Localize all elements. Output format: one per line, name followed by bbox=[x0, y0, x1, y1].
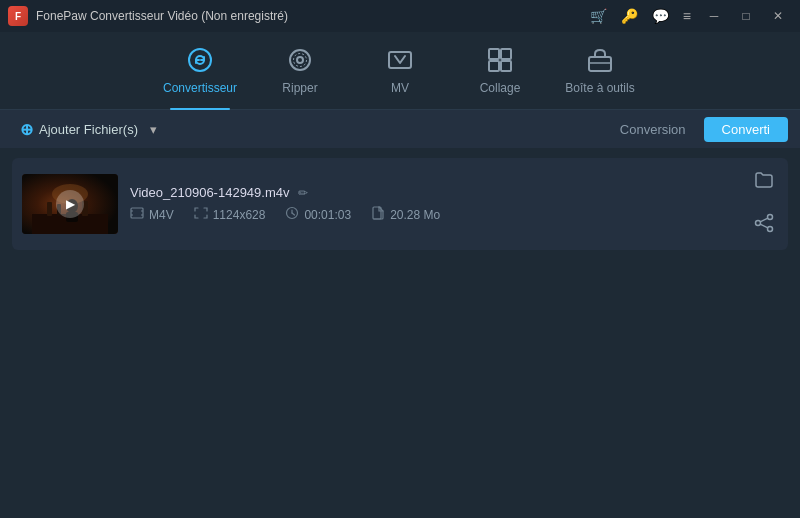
svg-rect-6 bbox=[501, 49, 511, 59]
nav-item-ripper[interactable]: Ripper bbox=[250, 32, 350, 110]
maximize-button[interactable]: □ bbox=[732, 5, 760, 27]
edit-icon[interactable]: ✏ bbox=[298, 186, 308, 200]
app-logo: F bbox=[8, 6, 28, 26]
title-bar-left: F FonePaw Convertisseur Vidéo (Non enreg… bbox=[8, 6, 288, 26]
chat-icon[interactable]: 💬 bbox=[647, 6, 674, 26]
toolbar-right: Conversion Converti bbox=[610, 117, 788, 142]
add-file-dropdown-button[interactable]: ▾ bbox=[146, 118, 161, 141]
size-value: 20.28 Mo bbox=[390, 208, 440, 222]
play-button[interactable]: ▶ bbox=[56, 190, 84, 218]
menu-icon[interactable]: ≡ bbox=[678, 6, 696, 26]
svg-line-26 bbox=[292, 213, 295, 215]
file-item: ▶ Video_210906-142949.m4v ✏ bbox=[12, 158, 788, 250]
file-info: Video_210906-142949.m4v ✏ M4V bbox=[130, 185, 738, 223]
svg-rect-19 bbox=[131, 208, 143, 218]
file-thumbnail: ▶ bbox=[22, 174, 118, 234]
profile-icon[interactable]: 🔑 bbox=[616, 6, 643, 26]
collage-label: Collage bbox=[480, 81, 521, 95]
title-bar: F FonePaw Convertisseur Vidéo (Non enreg… bbox=[0, 0, 800, 32]
svg-rect-8 bbox=[501, 61, 511, 71]
add-file-label: Ajouter Fichier(s) bbox=[39, 122, 138, 137]
clock-icon bbox=[285, 206, 299, 223]
format-value: M4V bbox=[149, 208, 174, 222]
svg-rect-7 bbox=[489, 61, 499, 71]
svg-point-30 bbox=[768, 227, 773, 232]
file-list: ▶ Video_210906-142949.m4v ✏ bbox=[0, 148, 800, 260]
collage-icon bbox=[487, 47, 513, 77]
nav-item-mv[interactable]: MV bbox=[350, 32, 450, 110]
file-name: Video_210906-142949.m4v bbox=[130, 185, 290, 200]
ripper-icon bbox=[287, 47, 313, 77]
film-icon bbox=[130, 206, 144, 223]
convertisseur-icon bbox=[187, 47, 213, 77]
title-bar-controls: 🛒 🔑 💬 ≡ ─ □ ✕ bbox=[585, 5, 792, 27]
mv-label: MV bbox=[391, 81, 409, 95]
meta-resolution: 1124x628 bbox=[194, 206, 266, 223]
file-name-row: Video_210906-142949.m4v ✏ bbox=[130, 185, 738, 200]
boite-outils-label: Boîte à outils bbox=[565, 81, 634, 95]
resolution-value: 1124x628 bbox=[213, 208, 266, 222]
toolbar-left: ⊕ Ajouter Fichier(s) ▾ bbox=[12, 116, 161, 143]
conversion-label[interactable]: Conversion bbox=[610, 118, 696, 141]
app-title: FonePaw Convertisseur Vidéo (Non enregis… bbox=[36, 9, 288, 23]
play-icon: ▶ bbox=[66, 197, 75, 211]
filesize-icon bbox=[371, 206, 385, 223]
duration-value: 00:01:03 bbox=[304, 208, 351, 222]
thumb-overlay: ▶ bbox=[22, 174, 118, 234]
add-file-button[interactable]: ⊕ Ajouter Fichier(s) bbox=[12, 116, 146, 143]
add-icon: ⊕ bbox=[20, 120, 33, 139]
meta-format: M4V bbox=[130, 206, 174, 223]
svg-rect-9 bbox=[589, 57, 611, 71]
nav-item-collage[interactable]: Collage bbox=[450, 32, 550, 110]
file-actions bbox=[750, 166, 778, 242]
nav-item-convertisseur[interactable]: Convertisseur bbox=[150, 32, 250, 110]
svg-rect-4 bbox=[389, 52, 411, 68]
converti-button[interactable]: Converti bbox=[704, 117, 788, 142]
meta-size: 20.28 Mo bbox=[371, 206, 440, 223]
mv-icon bbox=[387, 47, 413, 77]
file-meta: M4V 1124x628 bbox=[130, 206, 738, 223]
ripper-label: Ripper bbox=[282, 81, 317, 95]
resolution-icon bbox=[194, 206, 208, 223]
svg-point-28 bbox=[768, 215, 773, 220]
toolbar: ⊕ Ajouter Fichier(s) ▾ Conversion Conver… bbox=[0, 110, 800, 148]
meta-duration: 00:01:03 bbox=[285, 206, 351, 223]
nav-item-boite-outils[interactable]: Boîte à outils bbox=[550, 32, 650, 110]
nav-bar: Convertisseur Ripper MV bbox=[0, 32, 800, 110]
minimize-button[interactable]: ─ bbox=[700, 5, 728, 27]
close-button[interactable]: ✕ bbox=[764, 5, 792, 27]
share-button[interactable] bbox=[750, 209, 778, 242]
svg-line-32 bbox=[760, 224, 768, 228]
open-folder-button[interactable] bbox=[750, 166, 778, 199]
boite-outils-icon bbox=[587, 47, 613, 77]
svg-line-31 bbox=[760, 218, 768, 222]
svg-point-29 bbox=[756, 221, 761, 226]
convertisseur-label: Convertisseur bbox=[163, 81, 237, 95]
svg-point-2 bbox=[297, 57, 303, 63]
svg-rect-27 bbox=[373, 207, 381, 219]
svg-rect-5 bbox=[489, 49, 499, 59]
cart-icon[interactable]: 🛒 bbox=[585, 6, 612, 26]
svg-point-3 bbox=[294, 53, 307, 66]
